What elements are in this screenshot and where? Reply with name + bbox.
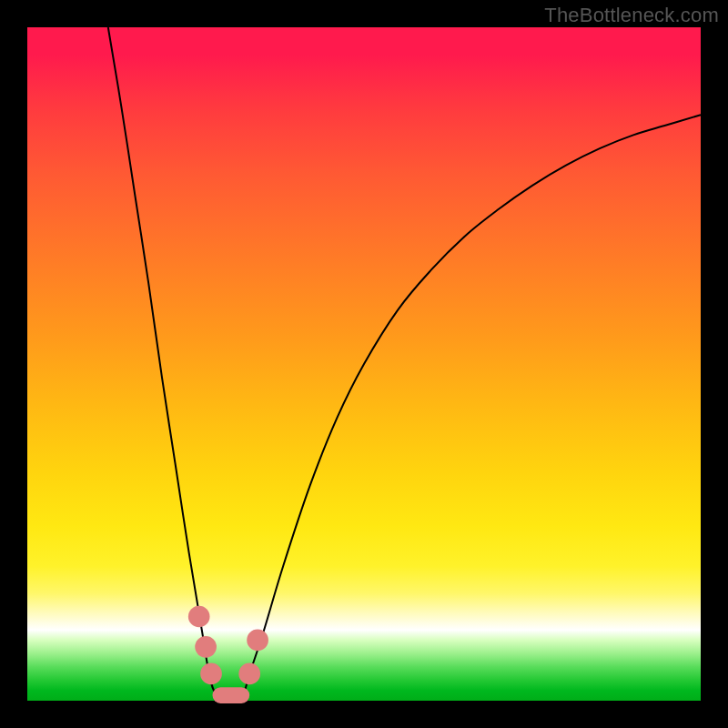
- curve-marker-2: [200, 663, 222, 685]
- curve-layer: [27, 27, 701, 701]
- curve-marker-4: [247, 630, 268, 652]
- chart-stage: TheBottleneck.com: [0, 0, 728, 728]
- plot-area: [27, 27, 701, 701]
- watermark-text: TheBottleneck.com: [544, 4, 719, 27]
- curve-marker-0: [188, 606, 210, 628]
- curve-floor-segment: [213, 687, 250, 703]
- curve-marker-1: [195, 636, 217, 658]
- curve-marker-3: [238, 663, 260, 685]
- bottleneck-curve: [108, 27, 701, 701]
